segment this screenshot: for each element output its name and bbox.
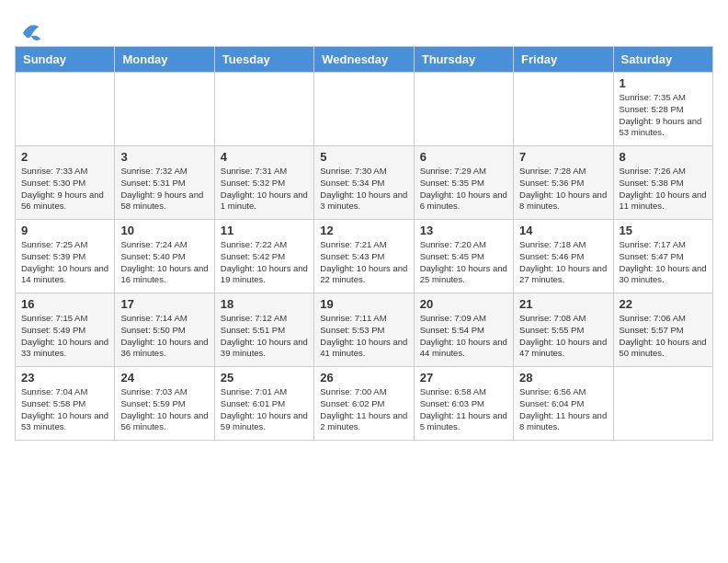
day-number: 20 — [420, 297, 507, 311]
calendar-cell — [414, 73, 513, 146]
day-of-week-header: Monday — [115, 47, 214, 73]
day-number: 17 — [120, 297, 208, 311]
day-of-week-header: Friday — [514, 47, 613, 73]
day-info: Sunrise: 7:11 AM Sunset: 5:53 PM Dayligh… — [320, 313, 407, 360]
logo-bird-icon — [17, 18, 42, 44]
calendar-cell: 15Sunrise: 7:17 AM Sunset: 5:47 PM Dayli… — [613, 220, 712, 293]
day-number: 3 — [120, 150, 208, 164]
day-number: 1 — [620, 76, 707, 90]
calendar-cell: 24Sunrise: 7:03 AM Sunset: 5:59 PM Dayli… — [115, 367, 214, 441]
day-info: Sunrise: 7:32 AM Sunset: 5:31 PM Dayligh… — [120, 166, 208, 213]
day-number: 7 — [519, 150, 607, 164]
day-info: Sunrise: 7:18 AM Sunset: 5:46 PM Dayligh… — [519, 239, 607, 286]
calendar-cell: 5Sunrise: 7:30 AM Sunset: 5:34 PM Daylig… — [314, 146, 414, 220]
calendar-week-row: 9Sunrise: 7:25 AM Sunset: 5:39 PM Daylig… — [16, 220, 713, 293]
day-number: 12 — [320, 224, 407, 237]
day-info: Sunrise: 7:12 AM Sunset: 5:51 PM Dayligh… — [221, 313, 308, 360]
calendar-cell: 2Sunrise: 7:33 AM Sunset: 5:30 PM Daylig… — [16, 146, 115, 220]
day-info: Sunrise: 7:14 AM Sunset: 5:50 PM Dayligh… — [120, 313, 208, 360]
calendar-cell: 26Sunrise: 7:00 AM Sunset: 6:02 PM Dayli… — [314, 367, 414, 441]
day-of-week-header: Saturday — [613, 47, 712, 73]
day-info: Sunrise: 7:20 AM Sunset: 5:45 PM Dayligh… — [420, 239, 507, 286]
day-info: Sunrise: 7:04 AM Sunset: 5:58 PM Dayligh… — [21, 386, 108, 433]
day-info: Sunrise: 7:30 AM Sunset: 5:34 PM Dayligh… — [320, 166, 407, 213]
calendar-cell: 7Sunrise: 7:28 AM Sunset: 5:36 PM Daylig… — [514, 146, 613, 220]
calendar-cell: 27Sunrise: 6:58 AM Sunset: 6:03 PM Dayli… — [414, 367, 513, 441]
day-info: Sunrise: 6:56 AM Sunset: 6:04 PM Dayligh… — [519, 386, 607, 433]
day-number: 23 — [21, 371, 108, 385]
calendar-cell: 11Sunrise: 7:22 AM Sunset: 5:42 PM Dayli… — [214, 220, 313, 293]
calendar-cell — [16, 73, 115, 146]
day-number: 11 — [221, 224, 308, 237]
calendar-cell: 16Sunrise: 7:15 AM Sunset: 5:49 PM Dayli… — [16, 293, 115, 367]
calendar-cell: 20Sunrise: 7:09 AM Sunset: 5:54 PM Dayli… — [414, 293, 513, 367]
calendar-cell: 9Sunrise: 7:25 AM Sunset: 5:39 PM Daylig… — [16, 220, 115, 293]
day-number: 10 — [120, 224, 208, 237]
calendar-cell — [314, 73, 414, 146]
day-info: Sunrise: 7:00 AM Sunset: 6:02 PM Dayligh… — [320, 386, 407, 433]
calendar-cell — [115, 73, 214, 146]
logo — [15, 18, 42, 39]
day-info: Sunrise: 6:58 AM Sunset: 6:03 PM Dayligh… — [420, 386, 507, 433]
day-number: 26 — [320, 371, 407, 385]
day-info: Sunrise: 7:28 AM Sunset: 5:36 PM Dayligh… — [519, 166, 607, 213]
day-number: 4 — [221, 150, 308, 164]
header — [15, 15, 713, 39]
day-info: Sunrise: 7:35 AM Sunset: 5:28 PM Dayligh… — [620, 92, 707, 139]
day-info: Sunrise: 7:08 AM Sunset: 5:55 PM Dayligh… — [519, 313, 607, 360]
day-number: 16 — [21, 297, 108, 311]
calendar-cell: 13Sunrise: 7:20 AM Sunset: 5:45 PM Dayli… — [414, 220, 513, 293]
calendar-week-row: 23Sunrise: 7:04 AM Sunset: 5:58 PM Dayli… — [16, 367, 713, 441]
day-number: 8 — [620, 150, 707, 164]
calendar-cell: 14Sunrise: 7:18 AM Sunset: 5:46 PM Dayli… — [514, 220, 613, 293]
day-info: Sunrise: 7:01 AM Sunset: 6:01 PM Dayligh… — [221, 386, 308, 433]
calendar-cell: 8Sunrise: 7:26 AM Sunset: 5:38 PM Daylig… — [613, 146, 712, 220]
calendar-week-row: 1Sunrise: 7:35 AM Sunset: 5:28 PM Daylig… — [16, 73, 713, 146]
calendar-cell — [514, 73, 613, 146]
calendar-cell: 10Sunrise: 7:24 AM Sunset: 5:40 PM Dayli… — [115, 220, 214, 293]
calendar-cell: 17Sunrise: 7:14 AM Sunset: 5:50 PM Dayli… — [115, 293, 214, 367]
calendar-cell: 1Sunrise: 7:35 AM Sunset: 5:28 PM Daylig… — [613, 73, 712, 146]
day-of-week-header: Thursday — [414, 47, 513, 73]
calendar-cell: 28Sunrise: 6:56 AM Sunset: 6:04 PM Dayli… — [514, 367, 613, 441]
day-of-week-header: Tuesday — [214, 47, 313, 73]
calendar-header-row: SundayMondayTuesdayWednesdayThursdayFrid… — [16, 47, 713, 73]
day-info: Sunrise: 7:17 AM Sunset: 5:47 PM Dayligh… — [620, 239, 707, 286]
day-number: 6 — [420, 150, 507, 164]
day-number: 22 — [620, 297, 707, 311]
day-number: 13 — [420, 224, 507, 237]
calendar-cell: 18Sunrise: 7:12 AM Sunset: 5:51 PM Dayli… — [214, 293, 313, 367]
day-info: Sunrise: 7:31 AM Sunset: 5:32 PM Dayligh… — [221, 166, 308, 213]
calendar-cell: 21Sunrise: 7:08 AM Sunset: 5:55 PM Dayli… — [514, 293, 613, 367]
calendar-cell — [214, 73, 313, 146]
calendar-cell: 6Sunrise: 7:29 AM Sunset: 5:35 PM Daylig… — [414, 146, 513, 220]
day-info: Sunrise: 7:06 AM Sunset: 5:57 PM Dayligh… — [620, 313, 707, 360]
day-number: 9 — [21, 224, 108, 237]
calendar-cell: 25Sunrise: 7:01 AM Sunset: 6:01 PM Dayli… — [214, 367, 313, 441]
day-info: Sunrise: 7:03 AM Sunset: 5:59 PM Dayligh… — [120, 386, 208, 433]
calendar: SundayMondayTuesdayWednesdayThursdayFrid… — [15, 46, 713, 441]
day-number: 19 — [320, 297, 407, 311]
day-number: 28 — [519, 371, 607, 385]
calendar-cell — [613, 367, 712, 441]
day-number: 24 — [120, 371, 208, 385]
day-number: 2 — [21, 150, 108, 164]
calendar-cell: 3Sunrise: 7:32 AM Sunset: 5:31 PM Daylig… — [115, 146, 214, 220]
calendar-week-row: 16Sunrise: 7:15 AM Sunset: 5:49 PM Dayli… — [16, 293, 713, 367]
calendar-week-row: 2Sunrise: 7:33 AM Sunset: 5:30 PM Daylig… — [16, 146, 713, 220]
day-of-week-header: Wednesday — [314, 47, 414, 73]
day-info: Sunrise: 7:21 AM Sunset: 5:43 PM Dayligh… — [320, 239, 407, 286]
day-number: 15 — [620, 224, 707, 237]
day-info: Sunrise: 7:24 AM Sunset: 5:40 PM Dayligh… — [120, 239, 208, 286]
day-number: 18 — [221, 297, 308, 311]
day-number: 25 — [221, 371, 308, 385]
day-info: Sunrise: 7:29 AM Sunset: 5:35 PM Dayligh… — [420, 166, 507, 213]
day-number: 27 — [420, 371, 507, 385]
day-info: Sunrise: 7:22 AM Sunset: 5:42 PM Dayligh… — [221, 239, 308, 286]
day-number: 5 — [320, 150, 407, 164]
day-info: Sunrise: 7:25 AM Sunset: 5:39 PM Dayligh… — [21, 239, 108, 286]
day-info: Sunrise: 7:26 AM Sunset: 5:38 PM Dayligh… — [620, 166, 707, 213]
calendar-cell: 19Sunrise: 7:11 AM Sunset: 5:53 PM Dayli… — [314, 293, 414, 367]
day-info: Sunrise: 7:33 AM Sunset: 5:30 PM Dayligh… — [21, 166, 108, 213]
calendar-cell: 4Sunrise: 7:31 AM Sunset: 5:32 PM Daylig… — [214, 146, 313, 220]
